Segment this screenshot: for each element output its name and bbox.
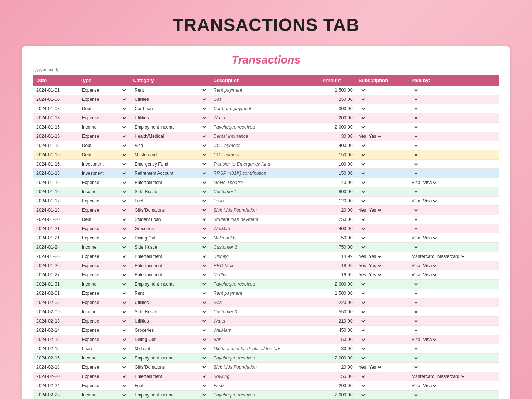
category-select[interactable]: Gifts/Donations: [133, 364, 207, 370]
cell-type[interactable]: Expense: [78, 317, 130, 326]
type-select[interactable]: Investment: [81, 170, 127, 176]
cell-paid-by[interactable]: [409, 132, 499, 141]
cell-type[interactable]: Investment: [78, 169, 130, 178]
cell-type[interactable]: Expense: [78, 178, 130, 187]
type-select[interactable]: Expense: [81, 318, 127, 324]
category-select[interactable]: Employment income: [133, 355, 207, 361]
category-select[interactable]: Side Hustle: [133, 244, 207, 250]
category-select[interactable]: Groceries: [133, 226, 207, 232]
cell-category[interactable]: Groceries: [130, 224, 210, 233]
paid-by-select[interactable]: [412, 161, 419, 167]
category-select[interactable]: Fuel: [133, 198, 207, 204]
cell-paid-by[interactable]: Visa Visa: [409, 381, 499, 391]
cell-category[interactable]: Retirement Account: [130, 169, 210, 178]
category-select[interactable]: Employment income: [133, 281, 207, 287]
paid-by-select[interactable]: [412, 364, 419, 370]
subscription-select[interactable]: [359, 161, 366, 167]
cell-paid-by[interactable]: Visa Visa: [409, 270, 499, 280]
cell-subscription[interactable]: Yes Yes: [356, 252, 409, 261]
cell-type[interactable]: Expense: [78, 381, 130, 391]
cell-type[interactable]: Expense: [78, 335, 130, 344]
paid-by-select[interactable]: Mastercard: [436, 253, 466, 259]
cell-subscription[interactable]: Yes Yes: [356, 270, 409, 280]
paid-by-select[interactable]: Visa: [422, 263, 438, 269]
category-select[interactable]: Michael: [133, 346, 207, 352]
cell-paid-by[interactable]: [409, 354, 499, 363]
type-select[interactable]: Income: [81, 189, 127, 195]
paid-by-select[interactable]: Visa: [422, 272, 438, 278]
cell-category[interactable]: Visa: [130, 141, 210, 150]
cell-category[interactable]: Entertainment: [130, 252, 210, 261]
cell-category[interactable]: Entertainment: [130, 178, 210, 187]
subscription-select[interactable]: [359, 300, 366, 306]
cell-paid-by[interactable]: [409, 391, 499, 399]
cell-paid-by[interactable]: [409, 95, 499, 104]
cell-category[interactable]: Utilities: [130, 317, 210, 326]
subscription-select[interactable]: [359, 87, 366, 93]
subscription-select[interactable]: [359, 96, 366, 102]
type-select[interactable]: Debt: [81, 143, 127, 149]
cell-paid-by[interactable]: [409, 169, 499, 178]
subscription-select[interactable]: [359, 318, 366, 324]
category-select[interactable]: Employment income: [133, 392, 207, 398]
category-select[interactable]: Entertainment: [133, 180, 207, 185]
paid-by-select[interactable]: [412, 281, 419, 287]
cell-paid-by[interactable]: [409, 317, 499, 326]
cell-category[interactable]: Entertainment: [130, 270, 210, 280]
cell-subscription[interactable]: [356, 233, 409, 243]
cell-paid-by[interactable]: Visa Visa: [409, 261, 499, 270]
type-select[interactable]: Income: [81, 244, 127, 250]
category-select[interactable]: Fuel: [133, 383, 207, 389]
cell-type[interactable]: Expense: [78, 233, 130, 243]
cell-subscription[interactable]: [356, 160, 409, 169]
paid-by-select[interactable]: [412, 207, 419, 213]
cell-category[interactable]: Health/Medical: [130, 132, 210, 141]
paid-by-select[interactable]: [412, 355, 419, 361]
cell-subscription[interactable]: [356, 86, 409, 95]
subscription-select[interactable]: [359, 115, 366, 121]
cell-paid-by[interactable]: [409, 280, 499, 289]
cell-subscription[interactable]: Yes Yes: [356, 363, 409, 372]
type-select[interactable]: Expense: [81, 180, 127, 185]
cell-subscription[interactable]: [356, 104, 409, 113]
paid-by-select[interactable]: Visa: [422, 337, 438, 342]
type-select[interactable]: Income: [81, 355, 127, 361]
cell-type[interactable]: Expense: [78, 113, 130, 123]
type-select[interactable]: Expense: [81, 96, 127, 102]
type-select[interactable]: Expense: [81, 253, 127, 259]
category-select[interactable]: Entertainment: [133, 272, 207, 278]
paid-by-select[interactable]: [412, 346, 419, 352]
cell-paid-by[interactable]: [409, 86, 499, 95]
cell-paid-by[interactable]: [409, 307, 499, 317]
type-select[interactable]: Expense: [81, 87, 127, 93]
cell-type[interactable]: Debt: [78, 141, 130, 150]
cell-paid-by[interactable]: Visa Visa: [409, 233, 499, 243]
subscription-select[interactable]: [359, 355, 366, 361]
cell-type[interactable]: Debt: [78, 215, 130, 224]
paid-by-select[interactable]: [412, 152, 419, 158]
paid-by-select[interactable]: [412, 226, 419, 232]
cell-type[interactable]: Expense: [78, 132, 130, 141]
category-select[interactable]: Utilities: [133, 318, 207, 324]
category-select[interactable]: Rent: [133, 290, 207, 296]
subscription-select[interactable]: [359, 226, 366, 232]
category-select[interactable]: Entertainment: [133, 263, 207, 269]
subscription-select[interactable]: Yes: [368, 272, 382, 278]
cell-subscription[interactable]: [356, 141, 409, 150]
type-select[interactable]: Investment: [81, 161, 127, 167]
cell-type[interactable]: Expense: [78, 197, 130, 206]
subscription-select[interactable]: [359, 281, 366, 287]
cell-type[interactable]: Expense: [78, 95, 130, 104]
category-select[interactable]: Gifts/Donations: [133, 207, 207, 213]
cell-category[interactable]: Dining Out: [130, 335, 210, 344]
category-select[interactable]: Car Loan: [133, 106, 207, 112]
cell-category[interactable]: Michael: [130, 344, 210, 354]
cell-type[interactable]: Income: [78, 280, 130, 289]
subscription-select[interactable]: [359, 309, 366, 315]
cell-subscription[interactable]: [356, 243, 409, 252]
subscription-select[interactable]: [359, 106, 366, 112]
cell-type[interactable]: Loan: [78, 344, 130, 354]
type-select[interactable]: Income: [81, 281, 127, 287]
cell-subscription[interactable]: [356, 178, 409, 187]
paid-by-select[interactable]: [412, 124, 419, 130]
